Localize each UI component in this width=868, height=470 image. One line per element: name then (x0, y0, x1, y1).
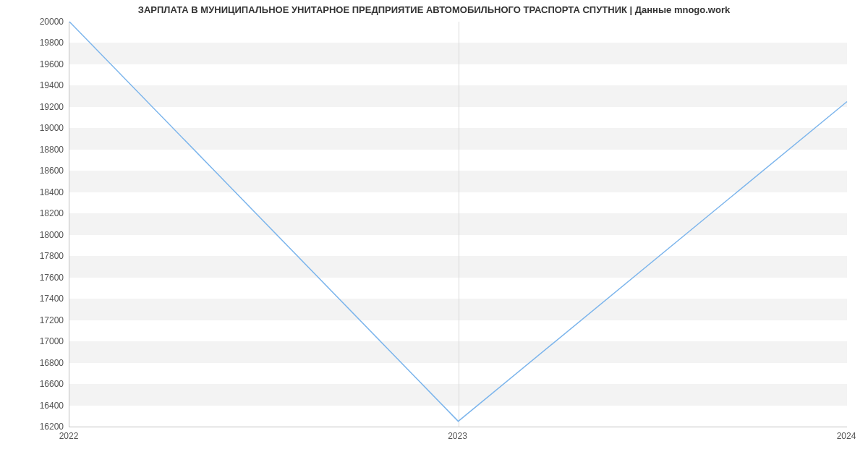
x-axis-tick: 2024 (837, 431, 856, 441)
y-axis-tick: 19400 (6, 80, 64, 90)
y-axis-tick: 19000 (6, 123, 64, 133)
y-axis-tick: 19600 (6, 59, 64, 69)
y-axis-tick: 19200 (6, 102, 64, 112)
chart-title: ЗАРПЛАТА В МУНИЦИПАЛЬНОЕ УНИТАРНОЕ ПРЕДП… (0, 4, 868, 15)
y-axis-tick: 18200 (6, 208, 64, 218)
plot-area (69, 22, 847, 427)
y-axis-tick: 17800 (6, 251, 64, 261)
y-axis-tick: 18000 (6, 230, 64, 240)
y-axis-tick: 16200 (6, 422, 64, 432)
y-axis-tick: 17200 (6, 315, 64, 325)
x-axis-tick: 2023 (448, 431, 467, 441)
y-axis-tick: 20000 (6, 17, 64, 27)
chart-line-layer (69, 22, 847, 427)
y-axis-tick: 18600 (6, 166, 64, 176)
series-line (69, 22, 847, 422)
y-axis-tick: 16600 (6, 379, 64, 389)
y-axis-tick: 19800 (6, 38, 64, 48)
y-axis-tick: 17400 (6, 294, 64, 304)
x-axis-tick: 2022 (59, 431, 79, 441)
y-axis-tick: 17000 (6, 336, 64, 346)
y-axis-tick: 18400 (6, 187, 64, 197)
y-axis-tick: 17600 (6, 273, 64, 283)
y-axis-tick: 18800 (6, 145, 64, 155)
y-axis-tick: 16800 (6, 358, 64, 368)
y-axis-tick: 16400 (6, 401, 64, 411)
salary-line-chart: ЗАРПЛАТА В МУНИЦИПАЛЬНОЕ УНИТАРНОЕ ПРЕДП… (0, 0, 868, 470)
